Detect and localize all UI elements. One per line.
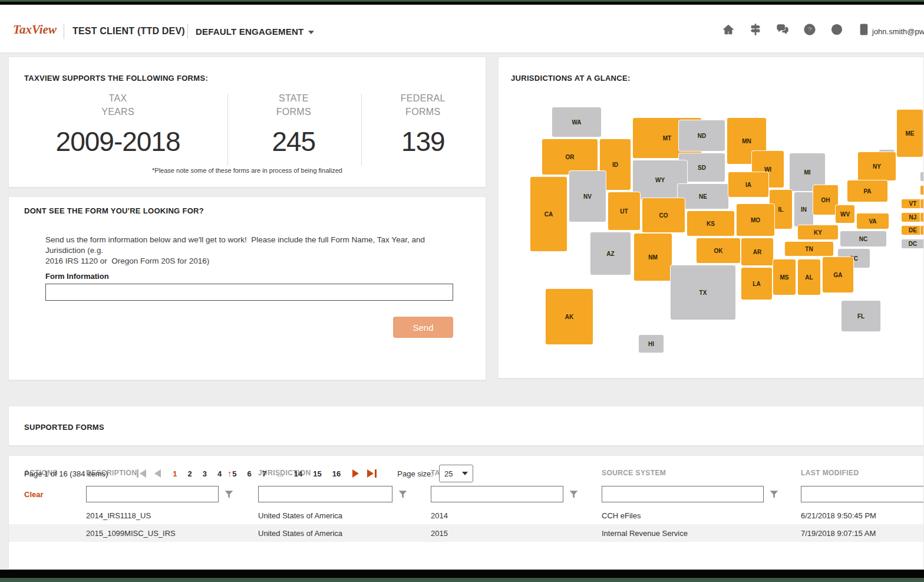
page-number-3[interactable]: 3 bbox=[197, 469, 212, 478]
client-name: TEST CLIENT (TTD DEV) bbox=[72, 26, 185, 37]
cell-tax-year: 2015 bbox=[431, 529, 602, 538]
previous-page-button[interactable] bbox=[154, 469, 161, 478]
filter-funnel-icon[interactable] bbox=[769, 489, 779, 499]
filter-jurisdiction-input[interactable] bbox=[258, 486, 392, 502]
table-row[interactable]: 2015_1099MISC_US_IRSUnited States of Ame… bbox=[9, 524, 923, 542]
page-number-15[interactable]: 15 bbox=[308, 469, 326, 478]
cell-description: 2015_1099MISC_US_IRS bbox=[86, 529, 258, 538]
request-card-title: DONT SEE THE FORM YOU'RE LOOKING FOR? bbox=[24, 206, 204, 215]
state-ca[interactable]: CA bbox=[530, 176, 567, 252]
home-icon[interactable] bbox=[721, 22, 735, 37]
next-page-button[interactable] bbox=[352, 469, 359, 478]
state-tn[interactable]: TN bbox=[784, 241, 834, 257]
column-header-last-modified[interactable]: LAST MODIFIED bbox=[801, 469, 924, 477]
filter-funnel-icon[interactable] bbox=[224, 489, 234, 499]
cut-off-state-box bbox=[920, 212, 924, 222]
globe-icon[interactable] bbox=[830, 22, 844, 37]
filter-funnel-icon[interactable] bbox=[569, 489, 579, 499]
state-al[interactable]: AL bbox=[797, 259, 821, 295]
state-ky[interactable]: KY bbox=[797, 225, 839, 240]
state-ak[interactable]: AK bbox=[545, 288, 593, 345]
state-me[interactable]: ME bbox=[896, 109, 923, 157]
chevron-down-icon bbox=[308, 31, 314, 34]
bottom-black-strip bbox=[0, 570, 924, 578]
page-size-select[interactable]: 25 bbox=[439, 465, 473, 482]
stat-label: STATE FORMS bbox=[227, 91, 360, 119]
taxview-app: TaxView TEST CLIENT (TTD DEV) DEFAULT EN… bbox=[0, 0, 924, 582]
stats-card-title: TAXVIEW SUPPORTS THE FOLLOWING FORMS: bbox=[24, 74, 208, 83]
cell-tax-year: 2014 bbox=[431, 511, 602, 520]
state-ia[interactable]: IA bbox=[728, 172, 769, 198]
filter-tax-year-input[interactable] bbox=[431, 486, 563, 502]
page-number-6[interactable]: 6 bbox=[242, 469, 257, 478]
filter-funnel-icon[interactable] bbox=[398, 489, 408, 499]
state-dc[interactable]: DC bbox=[901, 239, 924, 249]
state-ny[interactable]: NY bbox=[857, 152, 896, 181]
engagement-label: DEFAULT ENGAGEMENT bbox=[196, 27, 303, 37]
stat-value-federal-forms: 139 bbox=[361, 126, 486, 157]
last-page-button[interactable] bbox=[367, 469, 377, 478]
us-jurisdictions-map: WAORIDMTNDSDWYNEMNWIMIIAILINOHCANVUTCOAZ… bbox=[519, 83, 924, 378]
stat-divider bbox=[361, 94, 362, 166]
page-number-5[interactable]: 5 bbox=[227, 469, 242, 478]
state-ga[interactable]: GA bbox=[822, 257, 854, 293]
chevron-down-icon bbox=[462, 472, 468, 475]
cell-jurisdiction: United States of America bbox=[258, 511, 431, 520]
send-button[interactable]: Send bbox=[393, 317, 453, 338]
filter-source-system-input[interactable] bbox=[602, 486, 764, 502]
pagination-summary: Page 1 of 16 (384 items) bbox=[24, 469, 108, 478]
first-page-button[interactable] bbox=[137, 469, 146, 478]
column-header-source-system[interactable]: SOURCE SYSTEM bbox=[602, 469, 801, 477]
state-ar[interactable]: AR bbox=[741, 238, 774, 266]
header-divider bbox=[64, 24, 64, 39]
state-az[interactable]: AZ bbox=[590, 232, 631, 275]
page-number-2[interactable]: 2 bbox=[183, 469, 197, 478]
state-wa[interactable]: WA bbox=[552, 107, 602, 137]
state-fl[interactable]: FL bbox=[841, 300, 881, 332]
form-information-input[interactable] bbox=[45, 284, 453, 301]
state-la[interactable]: LA bbox=[741, 267, 773, 300]
stats-footnote: *Please note some of these forms are in … bbox=[9, 167, 486, 174]
table-body: 2014_IRS1118_USUnited States of America2… bbox=[9, 507, 923, 542]
contact-card-icon[interactable] bbox=[857, 22, 871, 37]
form-request-card: DONT SEE THE FORM YOU'RE LOOKING FOR? Se… bbox=[8, 196, 486, 380]
state-pa[interactable]: PA bbox=[847, 180, 888, 202]
taxview-logo[interactable]: TaxView bbox=[13, 22, 57, 37]
page-number-7[interactable]: 7 bbox=[257, 469, 272, 478]
state-or[interactable]: OR bbox=[542, 139, 598, 175]
clear-filters-button[interactable]: Clear bbox=[24, 490, 44, 499]
signpost-icon[interactable] bbox=[748, 22, 763, 37]
engagement-dropdown[interactable]: DEFAULT ENGAGEMENT bbox=[196, 27, 314, 37]
state-nv[interactable]: NV bbox=[569, 170, 606, 222]
table-filter-row: Clear bbox=[9, 482, 923, 507]
page-number-16[interactable]: 16 bbox=[327, 469, 346, 478]
state-nm[interactable]: NM bbox=[633, 233, 672, 281]
state-va[interactable]: VA bbox=[856, 213, 889, 229]
state-ms[interactable]: MS bbox=[773, 259, 796, 295]
state-co[interactable]: CO bbox=[642, 198, 685, 233]
supported-forms-title: SUPPORTED FORMS bbox=[24, 423, 104, 432]
state-ks[interactable]: KS bbox=[687, 211, 735, 236]
chat-icon[interactable] bbox=[776, 22, 790, 37]
cell-description: 2014_IRS1118_US bbox=[86, 511, 258, 520]
filter-description-input[interactable] bbox=[86, 486, 219, 502]
state-nc[interactable]: NC bbox=[840, 231, 887, 247]
help-icon[interactable]: ? bbox=[803, 22, 817, 37]
state-mo[interactable]: MO bbox=[736, 203, 775, 236]
state-nd[interactable]: ND bbox=[678, 120, 725, 152]
state-tx[interactable]: TX bbox=[670, 265, 736, 320]
state-hi[interactable]: HI bbox=[638, 334, 664, 353]
form-information-label: Form Information bbox=[45, 272, 109, 281]
filter-last-modified-input[interactable] bbox=[801, 486, 924, 502]
page-number-1[interactable]: 1 bbox=[167, 469, 182, 478]
state-ok[interactable]: OK bbox=[696, 238, 741, 264]
state-wv[interactable]: WV bbox=[835, 205, 855, 223]
state-in[interactable]: IN bbox=[794, 192, 814, 227]
stat-divider bbox=[227, 94, 228, 166]
page-number-4[interactable]: 4 bbox=[212, 469, 227, 478]
table-row[interactable]: 2014_IRS1118_USUnited States of America2… bbox=[9, 507, 923, 524]
stat-value-state-forms: 245 bbox=[227, 126, 360, 157]
state-ut[interactable]: UT bbox=[608, 192, 641, 231]
page-size-label: Page size: bbox=[397, 469, 433, 478]
page-number-14[interactable]: 14 bbox=[289, 469, 308, 478]
